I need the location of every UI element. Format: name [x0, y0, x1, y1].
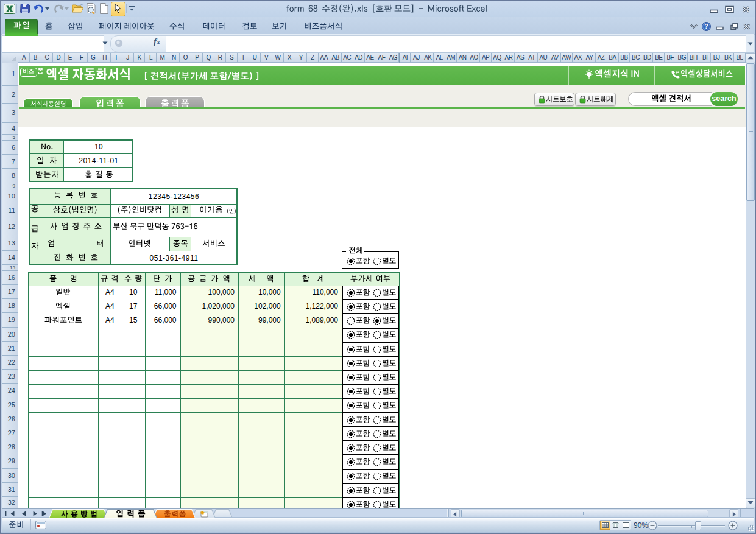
- svg-text:?: ?: [704, 23, 708, 30]
